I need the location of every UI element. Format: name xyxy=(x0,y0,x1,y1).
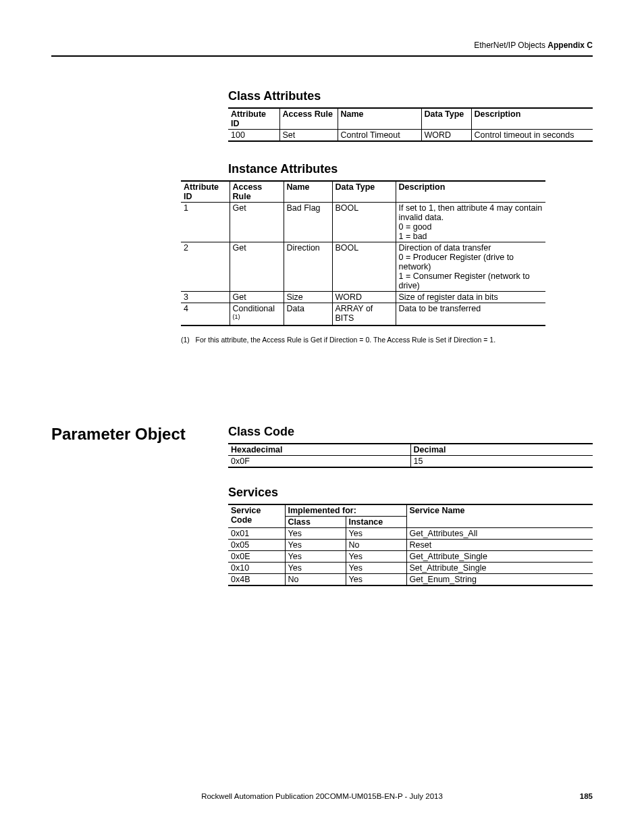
cell-data-type: BOOL xyxy=(332,203,396,242)
cell-class: Yes xyxy=(285,528,346,540)
cell-data-type: WORD xyxy=(421,130,471,142)
cell-service-code: 0x05 xyxy=(228,540,285,551)
table-row: 1GetBad FlagBOOLIf set to 1, then attrib… xyxy=(181,203,545,242)
instance-attributes-table: Attribute ID Access Rule Name Data Type … xyxy=(181,180,545,326)
cell-description: Control timeout in seconds xyxy=(471,130,593,142)
page-footer: Rockwell Automation Publication 20COMM-U… xyxy=(0,792,644,800)
table-row: 0x05YesNoReset xyxy=(228,540,593,551)
cell-access-rule: Get xyxy=(230,203,284,242)
col-data-type: Data Type xyxy=(421,108,471,130)
cell-attr-id: 2 xyxy=(181,242,230,292)
table-row: 0x4BNoYesGet_Enum_String xyxy=(228,574,593,586)
col-attr-id: Attribute ID xyxy=(228,108,279,130)
cell-service-name: Get_Attribute_Single xyxy=(406,551,593,563)
cell-class: Yes xyxy=(285,540,346,551)
cell-description: Data to be transferred xyxy=(396,303,545,326)
cell-name: Size xyxy=(284,292,332,303)
cell-attr-id: 100 xyxy=(228,130,279,142)
col-implemented: Implemented for: xyxy=(285,504,406,517)
cell-data-type: WORD xyxy=(332,292,396,303)
class-attributes-table: Attribute ID Access Rule Name Data Type … xyxy=(228,107,593,142)
parameter-object-title: Parameter Object xyxy=(51,425,228,444)
cell-access-rule: Set xyxy=(279,130,338,142)
table-row: 100SetControl TimeoutWORDControl timeout… xyxy=(228,130,593,142)
col-attr-id: Attribute ID xyxy=(181,181,230,203)
col-description: Description xyxy=(471,108,593,130)
cell-service-code: 0x4B xyxy=(228,574,285,586)
services-title: Services xyxy=(228,486,593,500)
cell-attr-id: 4 xyxy=(181,303,230,326)
cell-service-code: 0x0E xyxy=(228,551,285,563)
cell-instance: Yes xyxy=(346,574,406,586)
cell-service-name: Set_Attribute_Single xyxy=(406,563,593,574)
cell-service-name: Reset xyxy=(406,540,593,551)
col-description: Description xyxy=(396,181,545,203)
table-row: 2GetDirectionBOOLDirection of data trans… xyxy=(181,242,545,292)
cell-service-code: 0x01 xyxy=(228,528,285,540)
col-instance: Instance xyxy=(346,517,406,528)
cell-service-name: Get_Enum_String xyxy=(406,574,593,586)
cell-name: Data xyxy=(284,303,332,326)
footer-publication: Rockwell Automation Publication 20COMM-U… xyxy=(0,792,644,800)
running-header: EtherNet/IP Objects Appendix C xyxy=(51,41,593,57)
cell-class: Yes xyxy=(285,551,346,563)
cell-access-rule: Conditional (1) xyxy=(230,303,284,326)
footer-page-number: 185 xyxy=(580,792,593,800)
class-attributes-title: Class Attributes xyxy=(228,89,593,103)
footnote-text: For this attribute, the Access Rule is G… xyxy=(196,336,496,344)
cell-data-type: ARRAY of BITS xyxy=(332,303,396,326)
table-row: 4Conditional (1)DataARRAY of BITSData to… xyxy=(181,303,545,326)
cell-description: If set to 1, then attribute 4 may contai… xyxy=(396,203,545,242)
services-table: Service Code Implemented for: Service Na… xyxy=(228,504,593,586)
cell-data-type: BOOL xyxy=(332,242,396,292)
cell-service-name: Get_Attributes_All xyxy=(406,528,593,540)
cell-name: Bad Flag xyxy=(284,203,332,242)
table-row: 0x0EYesYesGet_Attribute_Single xyxy=(228,551,593,563)
cell-class: Yes xyxy=(285,563,346,574)
instance-footnote: (1) For this attribute, the Access Rule … xyxy=(181,336,593,344)
class-code-title: Class Code xyxy=(228,425,593,439)
col-name: Name xyxy=(284,181,332,203)
cell-description: Size of register data in bits xyxy=(396,292,545,303)
col-access-rule: Access Rule xyxy=(230,181,284,203)
cell-access-rule: Get xyxy=(230,292,284,303)
cell-class: No xyxy=(285,574,346,586)
cell-access-rule: Get xyxy=(230,242,284,292)
header-appendix: Appendix C xyxy=(547,41,593,50)
col-name: Name xyxy=(338,108,421,130)
col-data-type: Data Type xyxy=(332,181,396,203)
cell-attr-id: 1 xyxy=(181,203,230,242)
cell-service-code: 0x10 xyxy=(228,563,285,574)
col-access-rule: Access Rule xyxy=(279,108,338,130)
cell-instance: Yes xyxy=(346,528,406,540)
cell-instance: Yes xyxy=(346,563,406,574)
col-service-code: Service Code xyxy=(228,504,285,528)
col-hex: Hexadecimal xyxy=(228,444,410,456)
cell-name: Direction xyxy=(284,242,332,292)
cell-hex: 0x0F xyxy=(228,456,410,468)
cell-attr-id: 3 xyxy=(181,292,230,303)
instance-attributes-title: Instance Attributes xyxy=(228,162,593,176)
cell-name: Control Timeout xyxy=(338,130,421,142)
table-row: 0x01YesYesGet_Attributes_All xyxy=(228,528,593,540)
cell-description: Direction of data transfer0 = Producer R… xyxy=(396,242,545,292)
class-code-table: Hexadecimal Decimal 0x0F15 xyxy=(228,443,593,468)
table-row: 0x10YesYesSet_Attribute_Single xyxy=(228,563,593,574)
header-section: EtherNet/IP Objects xyxy=(474,41,545,50)
footnote-marker: (1) xyxy=(181,336,190,344)
col-service-name: Service Name xyxy=(406,504,593,528)
table-row: 3GetSizeWORDSize of register data in bit… xyxy=(181,292,545,303)
cell-instance: No xyxy=(346,540,406,551)
table-row: 0x0F15 xyxy=(228,456,593,468)
cell-dec: 15 xyxy=(410,456,593,468)
col-dec: Decimal xyxy=(410,444,593,456)
col-class: Class xyxy=(285,517,346,528)
cell-instance: Yes xyxy=(346,551,406,563)
